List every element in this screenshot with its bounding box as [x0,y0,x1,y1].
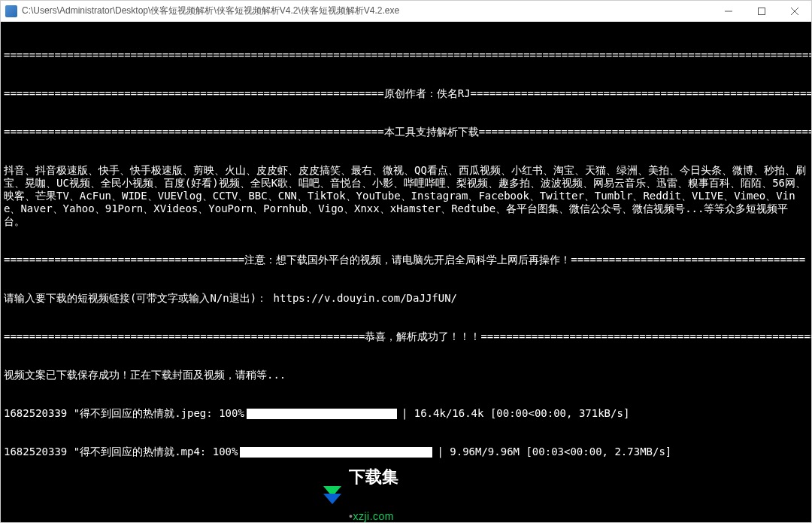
watermark-domain: •xzji.com [349,511,399,521]
success-1-text: 恭喜，解析成功了！！！ [365,330,480,342]
download-1b: 1682520339 "得不到回应的热情就.mp4: 100%| 9.96M/9… [4,445,808,458]
author-text: 原创作者：佚名RJ [384,87,471,99]
titlebar[interactable]: C:\Users\Administrator\Desktop\侠客短视频解析\侠… [1,1,811,22]
svg-rect-0 [759,8,765,14]
window-controls [712,1,811,22]
watermark-text-block: 下载集 •xzji.com [349,443,399,522]
progress-bar-1a [247,407,397,420]
saved-1: 视频文案已下载保存成功！正在下载封面及视频，请稍等... [4,369,808,382]
minimize-button[interactable] [712,1,745,22]
watermark: 下载集 •xzji.com [320,443,399,522]
support-line: ========================================… [4,126,808,138]
download-1a: 1682520339 "得不到回应的热情就.jpeg: 100%| 16.4k/… [4,407,808,420]
watermark-name: 下载集 [349,469,399,485]
console-area[interactable]: ========================================… [1,22,811,522]
success-1: ========================================… [4,330,808,343]
blank-1 [4,484,808,497]
dl-1a-stats: 16.4k/16.4k [00:00<00:00, 371kB/s] [414,407,630,420]
notice-text: 注意：想下载国外平台的视频，请电脑先开启全局科学上网后再操作！ [244,254,571,266]
prompt-1-label: 请输入要下载的短视频链接(可带文字或输入N/n退出)： [4,292,267,304]
download-icon [320,483,344,507]
support-text: 本工具支持解析下载 [384,126,479,138]
divider: ========================================… [4,49,808,62]
close-icon [791,8,798,15]
author-line: ========================================… [4,87,808,100]
dl-1b-stats: 9.96M/9.96M [00:03<00:00, 2.73MB/s] [450,445,671,458]
maximize-button[interactable] [745,1,778,22]
prompt-1: 请输入要下载的短视频链接(可带文字或输入N/n退出)： https://v.do… [4,292,808,305]
maximize-icon [758,8,765,15]
window-title: C:\Users\Administrator\Desktop\侠客短视频解析\侠… [22,5,712,17]
close-button[interactable] [778,1,811,22]
dl-1b-name: 1682520339 "得不到回应的热情就.mp4: 100% [4,445,238,458]
notice-line: ======================================注意… [4,254,808,266]
dl-1a-name: 1682520339 "得不到回应的热情就.jpeg: 100% [4,407,244,420]
app-icon [5,5,17,17]
minimize-icon [725,8,732,15]
platforms-text: 抖音、抖音极速版、快手、快手极速版、剪映、火山、皮皮虾、皮皮搞笑、最右、微视、Q… [4,164,808,228]
url-1: https://v.douyin.com/DaJJfUN/ [274,292,457,304]
app-window: C:\Users\Administrator\Desktop\侠客短视频解析\侠… [0,0,812,523]
